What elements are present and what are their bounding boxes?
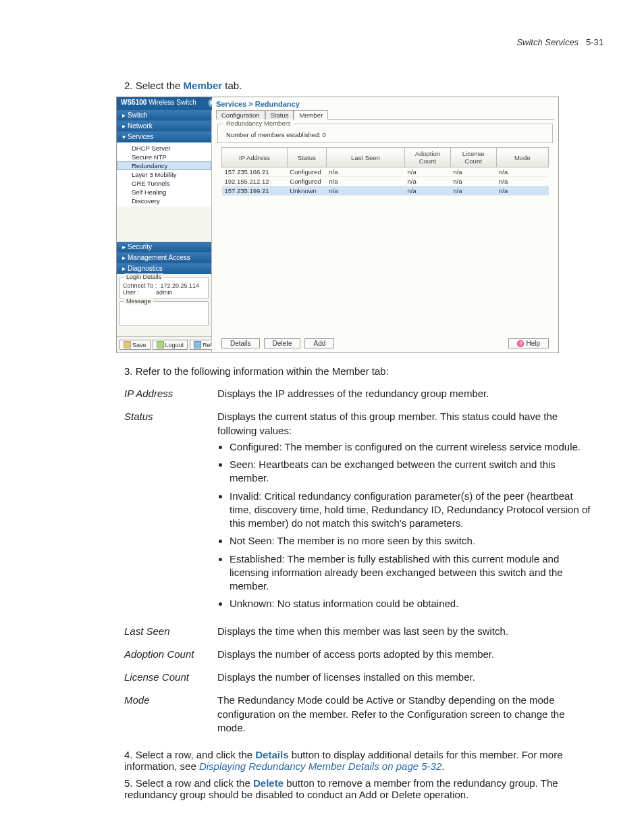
desc-status: Displays the current status of this grou…: [217, 405, 597, 619]
details-link[interactable]: Displaying Redundancy Member Details on …: [199, 760, 441, 772]
tab-member[interactable]: Member: [294, 110, 328, 120]
status-bullets: Configured: The member is configured on …: [217, 440, 594, 611]
help-icon: ?: [517, 340, 524, 347]
sidebar-sub-dhcp[interactable]: DHCP Server: [117, 144, 211, 153]
term-license: License Count: [124, 666, 217, 689]
table-row[interactable]: 192.155.212.12Configuredn/an/an/an/a: [222, 177, 549, 186]
list-item: Configured: The member is configured on …: [230, 440, 594, 454]
page-number: 5-31: [586, 37, 603, 47]
col-mode[interactable]: Mode: [496, 148, 548, 167]
refresh-icon: [194, 341, 201, 348]
sidebar-item-security[interactable]: ▸Security: [117, 242, 211, 253]
step-5: 5. Select a row and click the Delete but…: [124, 777, 597, 800]
section-title: Switch Services: [516, 37, 579, 47]
add-button[interactable]: Add: [304, 338, 334, 348]
definitions-table: IP Address Displays the IP addresses of …: [124, 382, 597, 739]
members-table-wrap: IP Address Status Last Seen Adoption Cou…: [221, 147, 549, 196]
details-button[interactable]: Details: [221, 338, 260, 348]
redundancy-members-fieldset: Redundancy Members Number of members est…: [217, 124, 553, 143]
table-row[interactable]: 157.235.166.21Configuredn/an/an/an/a: [222, 167, 549, 177]
sidebar-item-network[interactable]: ▸Network: [117, 121, 211, 132]
details-label: Details: [255, 749, 288, 760]
member-count-line: Number of members established: 0: [222, 130, 548, 138]
step-2: 2. Select the Member tab.: [124, 80, 597, 91]
col-adoption[interactable]: Adoption Count: [405, 148, 451, 167]
sidebar-sub-discovery[interactable]: Discovery: [117, 197, 211, 205]
logout-icon: [157, 341, 164, 348]
app-title-bar: WS5100 Wireless Switch M: [117, 97, 219, 110]
desc-mode: The Redundancy Mode could be Active or S…: [217, 689, 597, 739]
sidebar-sub-selfhealing[interactable]: Self Healing: [117, 188, 211, 197]
desc-license: Displays the number of licenses installe…: [217, 666, 597, 689]
tab-configuration[interactable]: Configuration: [216, 110, 265, 120]
members-table: IP Address Status Last Seen Adoption Cou…: [221, 147, 549, 196]
sidebar-sub-redundancy[interactable]: Redundancy: [117, 161, 211, 170]
delete-label: Delete: [253, 777, 284, 789]
delete-button[interactable]: Delete: [264, 338, 301, 348]
sidebar-item-mgmt[interactable]: ▸Management Access: [117, 253, 211, 263]
sidebar-sub-gre[interactable]: GRE Tunnels: [117, 179, 211, 188]
term-mode: Mode: [124, 689, 217, 739]
disk-icon: [124, 341, 131, 348]
sidebar-sub-l3mobility[interactable]: Layer 3 Mobility: [117, 170, 211, 179]
col-lastseen[interactable]: Last Seen: [326, 148, 404, 167]
list-item: Not Seen: The member is no more seen by …: [230, 534, 594, 548]
desc-adoption: Displays the number of access ports adop…: [217, 643, 597, 666]
sidebar-button-row: Save Logout Refresh: [117, 336, 211, 353]
sidebar-item-diag[interactable]: ▸Diagnostics: [117, 263, 211, 274]
breadcrumb: Services > Redundancy: [212, 97, 558, 108]
tab-strip: ConfigurationStatusMember: [212, 109, 558, 119]
list-item: Established: The member is fully establi…: [230, 552, 594, 594]
col-status[interactable]: Status: [287, 148, 326, 167]
login-details-box: Login Details Connect To : 172.20.25.114…: [119, 277, 209, 298]
step-3: 3. Refer to the following information wi…: [124, 365, 597, 377]
list-item: Invalid: Critical redundancy configurati…: [230, 490, 594, 531]
term-status: Status: [124, 405, 217, 619]
sidebar-item-switch[interactable]: ▸Switch: [117, 110, 211, 121]
desc-lastseen: Displays the time when this member was l…: [217, 620, 597, 643]
app-screenshot: WS5100 Wireless Switch M ▸Switch ▸Networ…: [116, 97, 559, 353]
desc-ip: Displays the IP addresses of the redunda…: [217, 382, 597, 405]
table-row[interactable]: 157.235.199.21Unknownn/an/an/an/a: [222, 186, 549, 196]
save-button[interactable]: Save: [119, 340, 151, 350]
page-header: Switch Services 5-31: [41, 37, 603, 47]
table-footer: Details Delete Add ? Help: [212, 338, 558, 348]
term-ip: IP Address: [124, 382, 217, 405]
col-license[interactable]: License Count: [450, 148, 496, 167]
tab-status[interactable]: Status: [265, 110, 294, 120]
main-panel: Services > Redundancy ConfigurationStatu…: [212, 97, 558, 353]
list-item: Seen: Heartbeats can be exchanged betwee…: [230, 458, 594, 486]
step-4: 4. Select a row, and click the Details b…: [124, 749, 597, 772]
sidebar: ▸Switch ▸Network ▾Services DHCP Server S…: [117, 110, 212, 353]
col-ip[interactable]: IP Address: [222, 148, 288, 167]
term-lastseen: Last Seen: [124, 620, 217, 643]
help-button[interactable]: ? Help: [508, 338, 549, 348]
logout-button[interactable]: Logout: [153, 340, 188, 350]
term-adoption: Adoption Count: [124, 643, 217, 666]
sidebar-item-services[interactable]: ▾Services: [117, 132, 211, 142]
member-tab-label: Member: [184, 80, 223, 91]
sidebar-sub-ntp[interactable]: Secure NTP: [117, 153, 211, 161]
message-box: Message: [119, 301, 209, 325]
list-item: Unknown: No status information could be …: [230, 597, 594, 610]
